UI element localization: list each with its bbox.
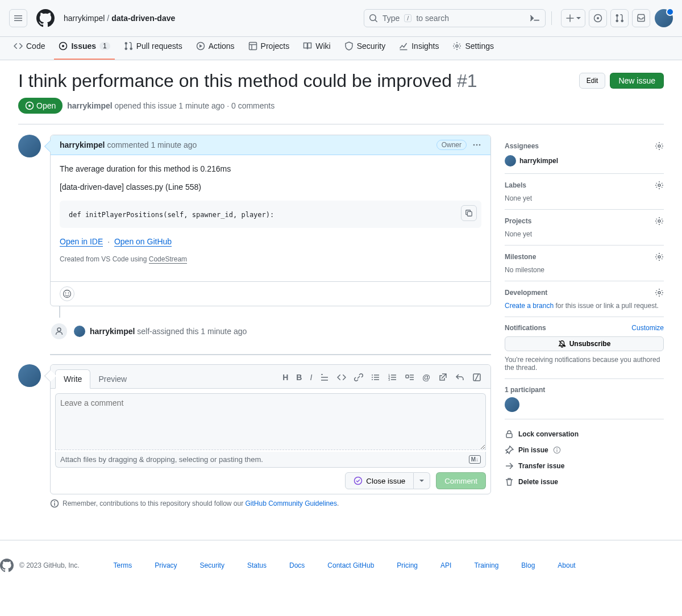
svg-point-20 (372, 377, 373, 378)
create-new-button[interactable] (561, 9, 585, 27)
transfer-issue[interactable]: Transfer issue (505, 458, 664, 474)
footer-terms[interactable]: Terms (114, 561, 132, 569)
new-issue-button[interactable]: New issue (610, 73, 664, 89)
issue-meta-text: opened this issue 1 minute ago · 0 comme… (113, 101, 275, 110)
milestone-gear[interactable] (655, 252, 664, 261)
person-icon (55, 327, 64, 336)
bold-icon[interactable]: B (296, 373, 302, 382)
issue-sidebar: Assignees harrykimpel Labels None yet Pr… (505, 135, 664, 508)
footer-contact[interactable]: Contact GitHub (327, 561, 374, 569)
development-gear[interactable] (655, 288, 664, 297)
user-avatar[interactable] (655, 9, 673, 27)
nav-insights[interactable]: Insights (394, 37, 443, 60)
customize-link[interactable]: Customize (631, 324, 664, 332)
nav-actions[interactable]: Actions (192, 37, 239, 60)
create-branch-link[interactable]: Create a branch (505, 302, 554, 310)
reply-icon[interactable] (455, 373, 464, 382)
heading-icon[interactable]: H (282, 373, 288, 382)
write-tab[interactable]: Write (55, 369, 90, 389)
attach-files-bar[interactable]: Attach files by dragging & dropping, sel… (55, 452, 486, 468)
gear-icon (655, 252, 664, 261)
close-issue-button[interactable]: Close issue (345, 472, 414, 489)
footer-about[interactable]: About (558, 561, 575, 569)
issues-global-button[interactable] (589, 9, 607, 27)
pull-requests-global-button[interactable] (610, 9, 629, 27)
footer-security[interactable]: Security (200, 561, 224, 569)
nav-code[interactable]: Code (9, 37, 49, 60)
timeline-self-assigned: harrykimpel self-assigned this 1 minute … (50, 318, 491, 345)
edit-button[interactable]: Edit (579, 73, 606, 89)
footer-api[interactable]: API (440, 561, 451, 569)
participant-avatar[interactable] (505, 397, 519, 412)
event-author[interactable]: harrykimpel (90, 327, 135, 336)
caret-down-icon (576, 16, 581, 20)
comment-line: The average duration for this method is … (60, 164, 481, 173)
ol-icon[interactable]: 123 (388, 373, 397, 382)
event-avatar[interactable] (74, 326, 85, 337)
assignees-gear[interactable] (655, 141, 664, 151)
ul-icon[interactable] (371, 373, 380, 382)
labels-gear[interactable] (655, 181, 664, 190)
footer-docs[interactable]: Docs (289, 561, 305, 569)
code-icon[interactable] (337, 373, 346, 382)
tasklist-icon[interactable] (405, 373, 414, 382)
footer-status[interactable]: Status (247, 561, 267, 569)
command-palette-icon[interactable] (529, 14, 540, 23)
issue-title: I think performance on this method could… (18, 69, 579, 92)
italic-icon[interactable]: I (310, 373, 312, 382)
shield-icon (344, 41, 354, 51)
form-avatar[interactable] (18, 364, 41, 387)
breadcrumb-owner[interactable]: harrykimpel (64, 14, 105, 23)
breadcrumb-repo[interactable]: data-driven-dave (111, 14, 175, 23)
footer-pricing[interactable]: Pricing (397, 561, 418, 569)
projects-gear[interactable] (655, 217, 664, 226)
markdown-icon[interactable]: M↓ (469, 455, 481, 464)
open-in-ide-link[interactable]: Open in IDE (60, 237, 103, 247)
cross-reference-icon[interactable] (438, 373, 447, 382)
copy-button[interactable] (461, 205, 477, 221)
nav-settings[interactable]: Settings (448, 37, 498, 60)
lock-conversation[interactable]: Lock conversation (505, 426, 664, 442)
comment-menu-button[interactable] (472, 140, 481, 149)
svg-point-34 (658, 256, 660, 258)
quote-icon[interactable] (320, 373, 329, 382)
notifications-button[interactable] (632, 9, 650, 27)
svg-point-19 (372, 374, 373, 376)
mention-icon[interactable]: @ (422, 373, 430, 382)
footer-privacy[interactable]: Privacy (155, 561, 177, 569)
comment-avatar[interactable] (18, 135, 41, 157)
unsubscribe-button[interactable]: Unsubscribe (505, 336, 664, 351)
preview-tab[interactable]: Preview (90, 370, 135, 388)
nav-issues[interactable]: Issues1 (54, 37, 114, 60)
comment-author[interactable]: harrykimpel (60, 140, 105, 149)
close-issue-caret[interactable] (414, 472, 430, 489)
delete-issue[interactable]: Delete issue (505, 474, 664, 490)
footer-training[interactable]: Training (474, 561, 498, 569)
link-icon[interactable] (354, 373, 363, 382)
open-on-github-link[interactable]: Open on GitHub (114, 237, 172, 247)
play-icon (196, 41, 205, 51)
hamburger-menu[interactable] (9, 9, 27, 27)
nav-projects[interactable]: Projects (244, 37, 294, 60)
nav-pull-requests[interactable]: Pull requests (119, 37, 187, 60)
nav-security[interactable]: Security (340, 37, 390, 60)
search-input[interactable]: Type / to search (364, 9, 546, 27)
svg-rect-39 (556, 449, 557, 452)
github-logo[interactable] (36, 9, 55, 27)
assignee-item[interactable]: harrykimpel (505, 155, 664, 167)
svg-point-1 (597, 17, 599, 19)
codestream-link[interactable]: CodeStream (149, 255, 187, 264)
comment-button[interactable]: Comment (436, 472, 486, 489)
add-reaction-button[interactable] (60, 286, 74, 301)
pin-issue[interactable]: Pin issue (505, 442, 664, 458)
suggestion-icon[interactable] (472, 373, 481, 382)
footer-blog[interactable]: Blog (521, 561, 535, 569)
issue-author[interactable]: harrykimpel (67, 101, 112, 110)
community-guidelines-link[interactable]: GitHub Community Guidelines (246, 500, 337, 507)
issue-opened-icon (25, 101, 34, 110)
copy-icon (465, 209, 473, 217)
github-logo[interactable] (0, 559, 14, 572)
timeline-connector (59, 306, 60, 318)
comment-textarea[interactable] (55, 393, 486, 450)
nav-wiki[interactable]: Wiki (298, 37, 335, 60)
